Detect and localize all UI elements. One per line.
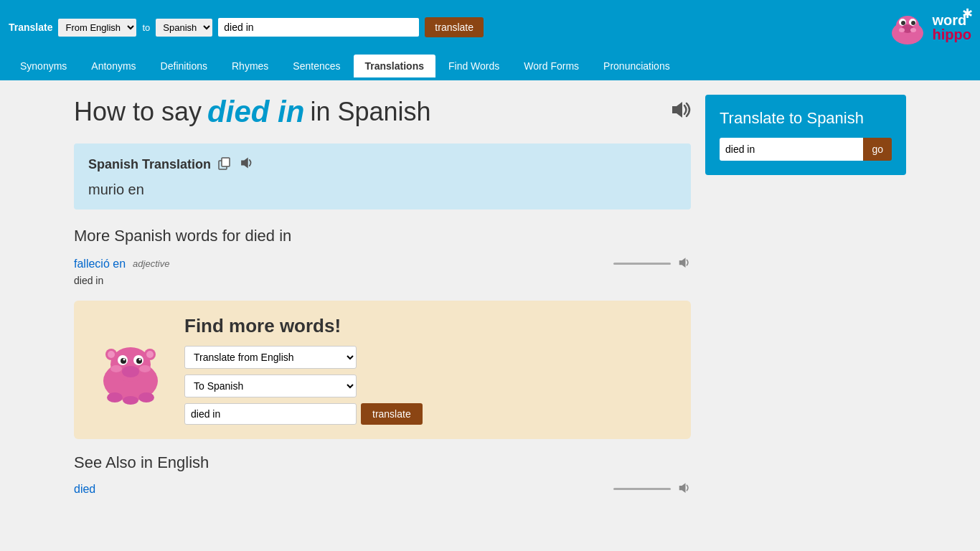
translated-word: murio en xyxy=(88,182,677,198)
sound-bar-line xyxy=(613,263,671,265)
logo-area: word hippo xyxy=(882,6,971,49)
svg-point-28 xyxy=(108,351,115,358)
find-to-select[interactable]: To Spanish xyxy=(184,375,357,397)
page-title-container: How to say died in in Spanish xyxy=(74,95,691,129)
svg-marker-14 xyxy=(241,157,248,168)
title-highlight: died in xyxy=(207,95,304,129)
word-sound-icon[interactable] xyxy=(677,255,691,272)
star-icon[interactable]: ✱ xyxy=(962,6,973,22)
find-translate-button[interactable]: translate xyxy=(361,403,423,425)
right-go-button[interactable]: go xyxy=(863,138,892,161)
svg-point-35 xyxy=(139,365,151,372)
svg-point-33 xyxy=(138,392,154,402)
nav-word-forms[interactable]: Word Forms xyxy=(512,55,590,77)
word-type-fallecio: adjective xyxy=(133,258,169,269)
svg-point-7 xyxy=(898,37,907,42)
svg-point-10 xyxy=(910,28,916,32)
svg-marker-11 xyxy=(672,102,682,118)
find-input[interactable] xyxy=(184,403,357,425)
word-link-fallecio[interactable]: falleció en xyxy=(74,258,126,270)
svg-point-30 xyxy=(146,351,154,358)
nav-bar: Synonyms Antonyms Definitions Rhymes Sen… xyxy=(0,55,980,80)
svg-marker-36 xyxy=(679,483,686,493)
right-translate-box: Translate to Spanish go xyxy=(705,95,906,175)
svg-point-32 xyxy=(123,396,138,405)
nav-translations[interactable]: Translations xyxy=(354,55,435,77)
svg-point-31 xyxy=(107,392,123,402)
title-suffix: in Spanish xyxy=(310,97,430,127)
see-also-sound-icon[interactable] xyxy=(677,481,691,497)
see-also-title: See Also in English xyxy=(74,453,691,472)
nav-sentences[interactable]: Sentences xyxy=(281,55,352,77)
main-sound-icon[interactable] xyxy=(668,98,691,126)
top-translate-button[interactable]: translate xyxy=(425,17,484,37)
nav-definitions[interactable]: Definitions xyxy=(149,55,219,77)
nav-synonyms[interactable]: Synonyms xyxy=(9,55,78,77)
svg-point-5 xyxy=(911,21,915,25)
from-language-select[interactable]: From English xyxy=(58,19,136,37)
nav-pronunciations[interactable]: Pronunciations xyxy=(592,55,682,77)
translation-box-title: Spanish Translation xyxy=(88,157,211,172)
svg-rect-13 xyxy=(222,158,230,166)
nav-find-words[interactable]: Find Words xyxy=(437,55,511,77)
right-panel: Translate to Spanish go xyxy=(705,95,906,506)
svg-point-22 xyxy=(123,358,126,360)
nav-rhymes[interactable]: Rhymes xyxy=(220,55,280,77)
top-search-input[interactable] xyxy=(218,18,419,37)
see-also-entry: died xyxy=(74,481,691,497)
svg-marker-15 xyxy=(679,258,686,268)
to-label: to xyxy=(142,22,150,33)
svg-point-26 xyxy=(122,366,139,377)
word-meaning-fallecio: died in xyxy=(74,275,691,286)
right-translate-input[interactable] xyxy=(720,138,863,161)
word-entry: falleció en adjective died in xyxy=(74,255,691,286)
translation-sound-icon[interactable] xyxy=(238,155,254,174)
title-prefix: How to say xyxy=(74,97,202,127)
svg-point-8 xyxy=(908,37,917,42)
logo-hippo: hippo xyxy=(933,27,971,42)
svg-point-34 xyxy=(110,365,122,372)
translation-box: Spanish Translation murio en xyxy=(74,143,691,209)
find-words-box: Find more words! Translate from English … xyxy=(74,301,691,439)
svg-point-23 xyxy=(139,358,141,360)
nav-antonyms[interactable]: Antonyms xyxy=(80,55,147,77)
find-words-content: Find more words! Translate from English … xyxy=(184,315,674,425)
more-words-title: More Spanish words for died in xyxy=(74,227,691,245)
word-sound-bar xyxy=(613,255,691,272)
see-also-bar-line xyxy=(613,488,671,490)
svg-point-4 xyxy=(901,21,905,25)
svg-point-9 xyxy=(899,28,905,32)
right-translate-title: Translate to Spanish xyxy=(720,109,892,128)
see-also-sound-bar xyxy=(613,481,691,497)
find-from-select[interactable]: Translate from English xyxy=(184,346,357,369)
translate-label: Translate xyxy=(9,22,52,33)
to-language-select[interactable]: Spanish xyxy=(156,19,212,37)
find-words-title: Find more words! xyxy=(184,315,674,337)
copy-icon[interactable] xyxy=(218,157,231,173)
see-also-word-died[interactable]: died xyxy=(74,483,95,496)
find-words-hippo xyxy=(91,334,170,406)
logo-icon xyxy=(882,6,933,49)
